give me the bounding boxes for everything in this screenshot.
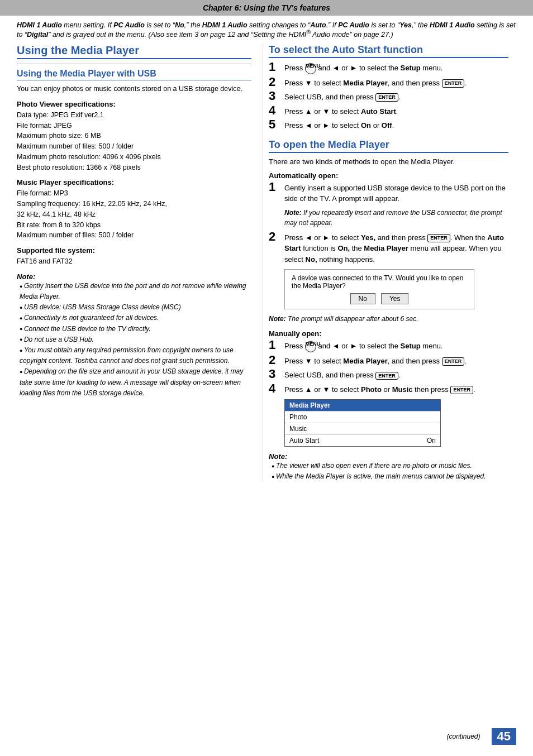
step-num-m4: 4 [269, 382, 284, 395]
menu-row-photo: Photo [285, 412, 440, 423]
menu-photo-label: Photo [289, 413, 307, 421]
manually-step-2: 2 Press ▼ to select Media Player, and th… [269, 356, 508, 367]
auto-start-step-2: 2 Press ▼ to select Media Player, and th… [269, 78, 508, 89]
photo-spec-0: Data type: JPEG Exif ver2.1 [17, 110, 251, 121]
right-column: To select the Auto Start function 1 Pres… [263, 44, 508, 482]
top-note-text: HDMI 1 Audio menu setting. If PC Audio i… [17, 21, 516, 39]
step-num-2: 2 [269, 76, 284, 88]
note-bullet-5: You must obtain any required permission … [20, 345, 251, 366]
section-title: Using the Media Player [17, 44, 251, 59]
left-column: Using the Media Player Using the Media P… [17, 44, 263, 482]
page-number: 45 [492, 728, 516, 745]
note-bullet-1: USB device: USB Mass Storage Class devic… [20, 302, 251, 313]
enter-key-3: ENTER [375, 93, 398, 102]
step-content-m4: Press ▲ or ▼ to select Photo or Music th… [284, 384, 508, 395]
dialog-box: A device was connected to the TV. Would … [284, 269, 474, 309]
step-num-1: 1 [269, 61, 284, 73]
subsection-title: Using the Media Player with USB [17, 69, 251, 80]
fs-specs: FAT16 and FAT32 [17, 256, 251, 267]
step-num-ao-1: 1 [269, 181, 284, 193]
page: Chapter 6: Using the TV's features HDMI … [0, 0, 533, 756]
auto-start-steps: 1 Press MENU and ◄ or ► to select the Se… [269, 63, 508, 131]
chapter-header: Chapter 6: Using the TV's features [0, 0, 533, 16]
manually-step-1: 1 Press MENU and ◄ or ► to select the Se… [269, 341, 508, 352]
auto-open-step-2: 2 Press ◄ or ► to select Yes, and then p… [269, 232, 508, 265]
open-title: To open the Media Player [269, 139, 508, 153]
menu-autostart-value: On [427, 437, 436, 444]
step-num-ao-2: 2 [269, 231, 284, 243]
open-intro: There are two kinds of methods to open t… [269, 157, 508, 166]
menu-row-autostart: Auto Start On [285, 435, 440, 446]
menu-row-music: Music [285, 423, 440, 435]
music-spec-heading: Music Player specifications: [17, 178, 251, 186]
step-content-2: Press ▼ to select Media Player, and then… [284, 78, 508, 89]
step-num-m3: 3 [269, 368, 284, 380]
note-label: Note: [17, 272, 251, 281]
auto-start-title: To select the Auto Start function [269, 44, 508, 58]
music-spec-1b: 32 kHz, 44.1 kHz, 48 kHz [17, 209, 251, 220]
enter-key-m2: ENTER [442, 357, 465, 366]
note-bullet-2: Connectivity is not guaranteed for all d… [20, 313, 251, 323]
auto-open-heading: Automatically open: [269, 171, 508, 180]
note-bullet-0: Gently insert the USB device into the po… [20, 281, 251, 302]
step-content-ao-1: Gently insert a supported USB storage de… [284, 183, 508, 204]
note-bullet-3: Connect the USB device to the TV directl… [20, 324, 251, 334]
photo-spec-4: Maximum photo resolution: 4096 x 4096 pi… [17, 152, 251, 162]
manually-step-3: 3 Select USB, and then press ENTER. [269, 370, 508, 381]
chapter-title: Chapter 6: Using the TV's features [203, 3, 330, 12]
enter-key-2: ENTER [442, 79, 465, 88]
photo-spec-1: File format: JPEG [17, 121, 251, 131]
enter-key-ao2: ENTER [427, 234, 450, 242]
photo-spec-3: Maximum number of files: 500 / folder [17, 141, 251, 152]
footer: (continued) 45 [446, 728, 516, 745]
music-spec-3: Maximum number of files: 500 / folder [17, 230, 251, 241]
manually-open-heading: Manually open: [269, 329, 508, 338]
auto-open-note: Note: If you repeatedly insert and remov… [284, 208, 508, 228]
manually-steps: 1 Press MENU and ◄ or ► to select the Se… [269, 341, 508, 395]
dialog-text: A device was connected to the TV. Would … [292, 274, 467, 290]
step-content-ao-2: Press ◄ or ► to select Yes, and then pre… [284, 232, 508, 265]
fs-spec-heading: Supported file system: [17, 246, 251, 255]
photo-spec-2: Maximum photo size: 6 MB [17, 131, 251, 141]
menu-header: Media Player [285, 400, 440, 412]
dialog-no-btn[interactable]: No [350, 293, 375, 304]
dialog-yes-btn[interactable]: Yes [381, 293, 409, 304]
continued-label: (continued) [446, 733, 480, 740]
enter-key-m3: ENTER [375, 372, 398, 380]
step-content-m3: Select USB, and then press ENTER. [284, 370, 508, 381]
music-spec-2: Bit rate: from 8 to 320 kbps [17, 220, 251, 231]
auto-open-steps: 1 Gently insert a supported USB storage … [269, 183, 508, 204]
music-specs: File format: MP3 Sampling frequency: 16 … [17, 188, 251, 241]
top-note: HDMI 1 Audio menu setting. If PC Audio i… [0, 21, 533, 44]
bottom-note-label: Note: [269, 452, 508, 461]
intro-text: You can enjoy photos or music contents s… [17, 84, 251, 94]
content-area: Using the Media Player Using the Media P… [0, 44, 533, 482]
photo-spec-5: Best photo resolution: 1366 x 768 pixels [17, 162, 251, 173]
step-num-m2: 2 [269, 354, 284, 366]
manually-step-4: 4 Press ▲ or ▼ to select Photo or Music … [269, 384, 508, 395]
auto-start-step-5: 5 Press ◄ or ► to select On or Off. [269, 120, 508, 131]
step-content-1: Press MENU and ◄ or ► to select the Setu… [284, 63, 508, 74]
menu-header-label: Media Player [289, 401, 330, 409]
music-spec-0: File format: MP3 [17, 188, 251, 199]
auto-open-step-1: 1 Gently insert a supported USB storage … [269, 183, 508, 204]
menu-key: MENU [305, 63, 316, 74]
bottom-note-bullet-0: The viewer will also open even if there … [272, 461, 508, 471]
step-content-4: Press ▲ or ▼ to select Auto Start. [284, 106, 508, 117]
menu-autostart-label: Auto Start [289, 437, 319, 444]
menu-key-m1: MENU [305, 341, 316, 352]
dialog-buttons: No Yes [292, 293, 467, 304]
bottom-note-bullet-1: While the Media Player is active, the ma… [272, 471, 508, 482]
note-bullets: Gently insert the USB device into the po… [17, 281, 251, 399]
auto-start-step-4: 4 Press ▲ or ▼ to select Auto Start. [269, 106, 508, 117]
auto-start-step-3: 3 Select USB, and then press ENTER. [269, 92, 508, 103]
photo-specs: Data type: JPEG Exif ver2.1 File format:… [17, 110, 251, 173]
step-num-4: 4 [269, 104, 284, 117]
menu-music-label: Music [289, 425, 307, 433]
step-num-5: 5 [269, 118, 284, 131]
photo-spec-heading: Photo Viewer specifications: [17, 100, 251, 108]
step-content-5: Press ◄ or ► to select On or Off. [284, 120, 508, 131]
note-bullet-4: Do not use a USB Hub. [20, 334, 251, 345]
step-content-3: Select USB, and then press ENTER. [284, 92, 508, 103]
step-num-m1: 1 [269, 339, 284, 351]
